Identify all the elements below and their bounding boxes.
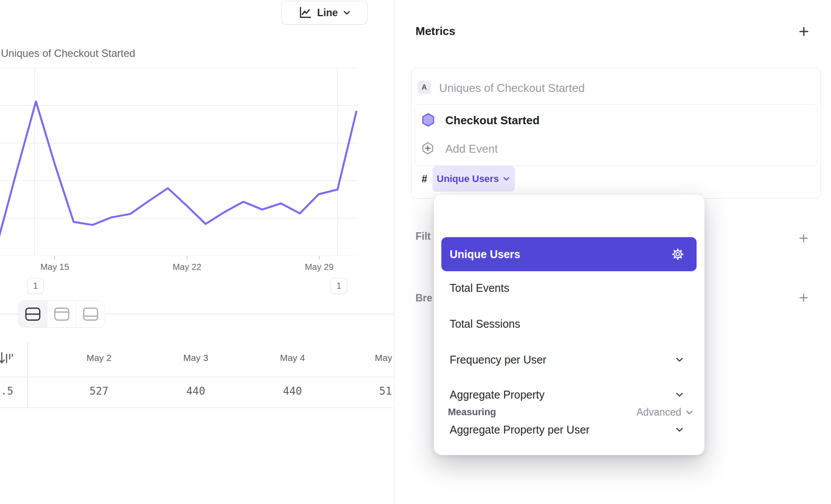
- page-badge-right[interactable]: 1: [331, 278, 347, 294]
- x-axis-tick-label: May 15: [24, 262, 85, 272]
- option-label: Aggregate Property per User: [450, 424, 590, 436]
- chevron-down-icon: [502, 175, 511, 183]
- measuring-option-aggregate-property[interactable]: Aggregate Property: [441, 382, 697, 408]
- add-filter-button[interactable]: [798, 233, 810, 244]
- query-panel: Metrics A Uniques of Checkout Started Ch…: [394, 0, 831, 504]
- x-axis-tick-label: May 29: [289, 262, 350, 272]
- split-view-icon: [25, 307, 41, 322]
- add-event-hexagon-icon[interactable]: [421, 140, 435, 156]
- table-row-divider: [0, 407, 393, 408]
- option-label: Frequency per User: [450, 354, 546, 366]
- option-label: Aggregate Property: [450, 388, 545, 401]
- chart-type-button[interactable]: Line: [281, 1, 368, 24]
- event-name[interactable]: Checkout Started: [445, 114, 539, 127]
- measuring-option-total-events[interactable]: Total Events: [441, 275, 697, 301]
- x-axis-tick: [187, 256, 187, 259]
- measuring-option-frequency-per-user[interactable]: Frequency per User: [441, 346, 697, 373]
- x-axis-tick: [54, 256, 55, 259]
- table-cell-value: 440: [283, 385, 302, 397]
- metric-name[interactable]: Uniques of Checkout Started: [439, 81, 585, 95]
- x-axis-tick: [319, 256, 320, 259]
- analytics-report-builder: Line Uniques of Checkout Started 1 1: [0, 0, 831, 504]
- page-badge-left[interactable]: 1: [27, 278, 44, 294]
- table-column-header[interactable]: May 2: [86, 353, 111, 363]
- table-row-label: 0.5: [0, 385, 13, 397]
- measuring-option-aggregate-property-per-user[interactable]: Aggregate Property per User: [441, 416, 697, 443]
- gear-icon[interactable]: [671, 248, 684, 261]
- sort-descending-icon[interactable]: [0, 350, 13, 367]
- table-only-view-button[interactable]: [76, 301, 105, 327]
- measuring-option-total-sessions[interactable]: Total Sessions: [441, 311, 697, 337]
- add-breakdown-button[interactable]: [798, 292, 810, 304]
- metric-letter-badge: A: [418, 81, 431, 94]
- chevron-down-icon: [675, 355, 684, 364]
- table-column-header[interactable]: May: [375, 353, 392, 363]
- table-cell-value: 440: [186, 385, 205, 397]
- split-view-button[interactable]: [18, 301, 47, 327]
- measure-selector-chip[interactable]: Unique Users: [433, 166, 515, 192]
- table-cell-value: 527: [89, 385, 108, 397]
- metrics-section-title: Metrics: [416, 24, 455, 38]
- x-axis-tick-label: May 22: [156, 262, 218, 272]
- view-layout-toggle: [18, 300, 105, 328]
- measuring-option-unique-users[interactable]: Unique Users: [441, 237, 697, 271]
- table-column-header[interactable]: May 4: [280, 353, 305, 363]
- line-chart-icon: [298, 6, 313, 20]
- option-label: Total Sessions: [450, 318, 520, 330]
- add-event-button[interactable]: Add Event: [445, 142, 498, 156]
- breakdowns-section-title: Bre: [416, 292, 436, 304]
- measure-chip-label: Unique Users: [437, 173, 499, 185]
- chevron-down-icon: [675, 425, 684, 434]
- table-column-separator: [27, 342, 28, 408]
- line-chart[interactable]: [0, 68, 357, 256]
- table-column-header[interactable]: May 3: [183, 353, 208, 363]
- chart-panel: Line Uniques of Checkout Started 1 1: [0, 0, 394, 504]
- chart-only-view-button[interactable]: [47, 301, 76, 327]
- chevron-down-icon: [675, 390, 684, 399]
- top-pane-icon: [53, 307, 70, 322]
- option-label: Total Events: [450, 282, 509, 294]
- chevron-down-icon: [342, 8, 351, 17]
- filters-section-title: Filt: [416, 231, 434, 242]
- measuring-dropdown: Measuring Advanced Unique UsersTotal Eve…: [434, 195, 704, 455]
- event-hexagon-icon: [421, 112, 436, 128]
- add-metric-button[interactable]: [798, 26, 810, 37]
- measure-prefix-symbol: #: [422, 173, 427, 185]
- table-cell-value: 51: [379, 385, 392, 397]
- chart-type-label: Line: [317, 7, 338, 19]
- chevron-down-icon: [685, 408, 694, 417]
- bottom-pane-icon: [82, 307, 99, 322]
- option-label: Unique Users: [450, 248, 520, 261]
- table-header-divider: [0, 377, 393, 378]
- chart-title: Uniques of Checkout Started: [1, 47, 135, 60]
